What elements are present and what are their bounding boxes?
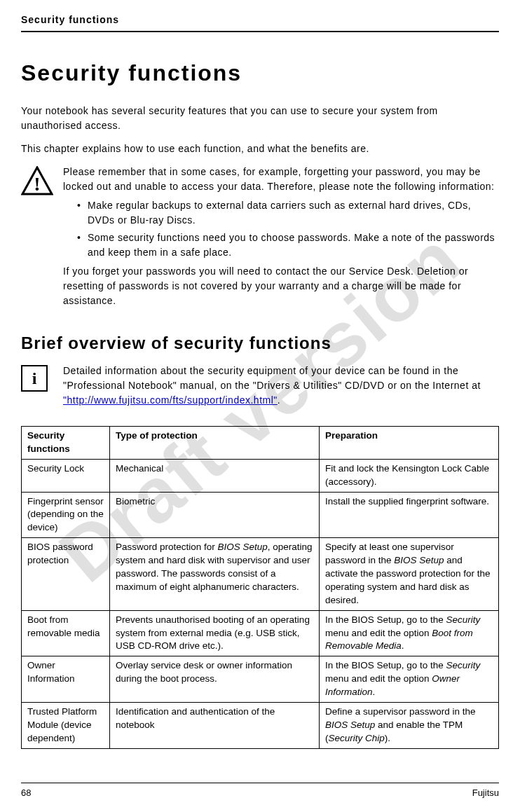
info-icon: i — [21, 365, 48, 392]
cell-function: Trusted Platform Module (device dependen… — [22, 703, 110, 749]
info-text: Detailed information about the security … — [63, 364, 499, 408]
table-row: Trusted Platform Module (device dependen… — [22, 703, 499, 749]
cell-function: Fingerprint sensor (depending on the dev… — [22, 492, 110, 538]
page-number: 68 — [21, 787, 31, 798]
info-box: i Detailed information about the securit… — [21, 364, 499, 412]
cell-preparation: Fit and lock the Kensington Lock Cable (… — [319, 459, 498, 492]
cell-preparation: Define a supervisor password in the BIOS… — [319, 703, 498, 749]
cell-function: BIOS password protection — [22, 538, 110, 610]
section-title: Brief overview of security functions — [21, 333, 499, 353]
cell-protection: Biometric — [109, 492, 319, 538]
cell-preparation: Install the supplied fingerprint softwar… — [319, 492, 498, 538]
warning-bullet-1: Make regular backups to external data ca… — [77, 198, 499, 228]
main-title: Security functions — [21, 60, 499, 86]
cell-protection: Prevents unauthorised booting of an oper… — [109, 610, 319, 656]
table-header-preparation: Preparation — [319, 427, 498, 460]
table-row: Boot from removable mediaPrevents unauth… — [22, 610, 499, 656]
footer-rule — [21, 783, 499, 783]
table-row: BIOS password protectionPassword protect… — [22, 538, 499, 610]
cell-protection: Overlay service desk or owner informatio… — [109, 656, 319, 703]
security-functions-table: Security functions Type of protection Pr… — [21, 426, 499, 749]
intro-paragraph-2: This chapter explains how to use each fu… — [21, 142, 499, 156]
cell-protection: Password protection for BIOS Setup, oper… — [109, 538, 319, 610]
header-rule — [21, 31, 499, 32]
warning-text-1: Please remember that in some cases, for … — [63, 165, 499, 194]
cell-function: Boot from removable media — [22, 610, 110, 656]
intro-paragraph-1: Your notebook has several security featu… — [21, 104, 499, 133]
page-header-title: Security functions — [21, 14, 499, 25]
table-row: Owner InformationOverlay service desk or… — [22, 656, 499, 703]
cell-protection: Mechanical — [109, 459, 319, 492]
cell-preparation: Specify at least one supervisor password… — [319, 538, 498, 610]
warning-box: ! Please remember that in some cases, fo… — [21, 165, 499, 312]
cell-function: Owner Information — [22, 656, 110, 703]
cell-protection: Identification and authentication of the… — [109, 703, 319, 749]
cell-preparation: In the BIOS Setup, go to the Security me… — [319, 656, 498, 703]
warning-bullet-2: Some security functions need you to choo… — [77, 230, 499, 260]
table-header-protection: Type of protection — [109, 427, 319, 460]
table-header-functions: Security functions — [22, 427, 110, 460]
footer-brand: Fujitsu — [472, 787, 499, 798]
svg-text:!: ! — [34, 173, 40, 195]
cell-function: Security Lock — [22, 459, 110, 492]
table-row: Fingerprint sensor (depending on the dev… — [22, 492, 499, 538]
page-footer: 68 Fujitsu — [21, 783, 499, 798]
warning-icon: ! — [21, 166, 53, 195]
cell-preparation: In the BIOS Setup, go to the Security me… — [319, 610, 498, 656]
support-link[interactable]: "http://www.fujitsu.com/fts/support/inde… — [63, 394, 278, 406]
table-row: Security LockMechanicalFit and lock the … — [22, 459, 499, 492]
warning-text-2: If you forget your passwords you will ne… — [63, 264, 499, 308]
